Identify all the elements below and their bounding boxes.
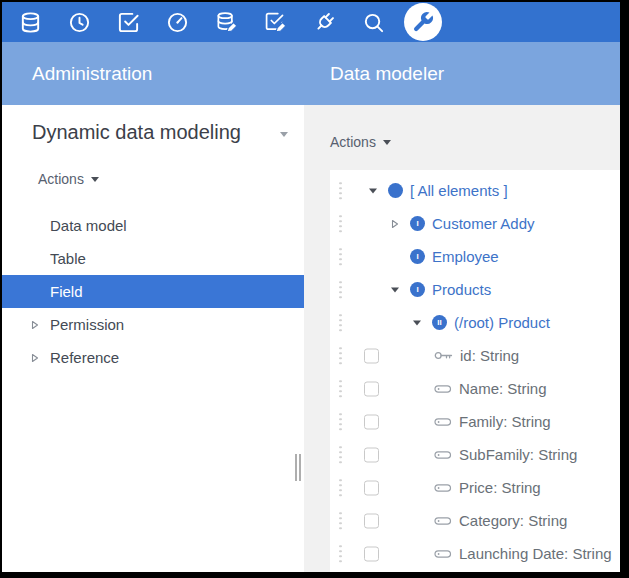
chevron-down-icon [383,140,391,145]
drag-handle-icon[interactable] [339,413,342,431]
tree-node-label: SubFamily: String [459,446,577,463]
right-actions-dropdown[interactable]: Actions [330,134,391,150]
expand-toggle-icon[interactable] [390,219,410,229]
drag-handle-icon[interactable] [339,347,342,365]
row-checkbox[interactable] [364,546,379,561]
tree-row-content: II(/root) Product [412,314,550,331]
toolbar-button-wrench[interactable] [398,2,447,42]
content-area: Dynamic data modeling Actions Data model… [2,105,620,572]
tree-row-root-product[interactable]: II(/root) Product [330,306,620,339]
drag-handle-icon[interactable] [339,446,342,464]
row-checkbox[interactable] [364,381,379,396]
right-actions-label: Actions [330,134,376,150]
right-panel-header: Data modeler [304,42,620,105]
sidebar-item-label: Reference [50,349,119,366]
tree-node-label: Customer Addy [432,215,535,232]
clock-icon [68,11,91,34]
drag-handle-icon[interactable] [339,215,342,233]
field-icon [434,417,452,427]
tree-row-category-string[interactable]: Category: String [330,504,620,537]
sidebar-item-label: Data model [50,217,127,234]
drag-handle-icon[interactable] [339,314,342,332]
tree-row-content: Price: String [434,479,541,496]
tree-row-content: IEmployee [390,248,499,265]
primary-key-icon [434,350,453,361]
tree-row-content: IProducts [390,281,491,298]
field-icon [434,384,452,394]
field-icon [434,516,452,526]
sidebar-item-table[interactable]: Table [2,242,304,275]
sidebar-item-data-model[interactable]: Data model [2,209,304,242]
drag-handle-icon[interactable] [339,281,342,299]
sidebar-item-reference[interactable]: Reference [2,341,304,374]
tree-node-label: Launching Date: String [459,545,612,562]
task-edit-icon [264,11,287,34]
toolbar-button-task-check[interactable] [104,2,153,42]
row-checkbox[interactable] [364,513,379,528]
row-checkbox[interactable] [364,447,379,462]
title-chevron-down-icon[interactable] [280,132,288,137]
field-icon [434,549,452,559]
wrench-icon [411,10,435,34]
sidebar-item-label: Field [50,283,83,300]
collapse-toggle-icon[interactable] [368,186,388,195]
tree-row-id-string[interactable]: id: String [330,339,620,372]
tree-row-launching-date-string[interactable]: Launching Date: String [330,537,620,570]
sidebar-item-label: Table [50,250,86,267]
badge-circle: I [410,282,425,297]
expand-toggle-icon[interactable] [30,320,50,330]
left-panel-title: Administration [32,63,152,85]
sidebar-item-field[interactable]: Field [2,275,304,308]
badge-circle: II [432,315,447,330]
data-modeler-panel: Actions [ All elements ]ICustomer AddyIE… [304,105,620,572]
tree-row-subfamily-string[interactable]: SubFamily: String [330,438,620,471]
sidebar-item-permission[interactable]: Permission [2,308,304,341]
toolbar-button-gauge[interactable] [153,2,202,42]
panel-resize-grip[interactable] [295,454,301,481]
drag-handle-icon[interactable] [339,479,342,497]
expand-toggle-icon[interactable] [30,353,50,363]
tree-row-name-string[interactable]: Name: String [330,372,620,405]
toolbar-button-clock[interactable] [55,2,104,42]
toolbar-button-database-edit[interactable] [202,2,251,42]
tree-row-content: [ All elements ] [368,182,508,199]
left-actions-dropdown[interactable]: Actions [38,171,99,187]
drag-handle-icon[interactable] [339,512,342,530]
toolbar-button-database[interactable] [6,2,55,42]
app-window: Administration Data modeler Dynamic data… [2,2,620,572]
drag-handle-icon[interactable] [339,545,342,563]
row-checkbox[interactable] [364,414,379,429]
tree-row-all-elements[interactable]: [ All elements ] [330,174,620,207]
row-checkbox[interactable] [364,480,379,495]
tree-node-label: Name: String [459,380,547,397]
collapse-toggle-icon[interactable] [390,285,410,294]
page-title: Dynamic data modeling [32,121,274,144]
toolbar-button-task-edit[interactable] [251,2,300,42]
tree-node-label: Family: String [459,413,551,430]
administration-panel: Dynamic data modeling Actions Data model… [2,105,304,572]
tree-node-label: [ All elements ] [410,182,508,199]
left-actions-label: Actions [38,171,84,187]
collapse-toggle-icon[interactable] [412,318,432,327]
tree-row-customer-addy[interactable]: ICustomer Addy [330,207,620,240]
drag-handle-icon[interactable] [339,248,342,266]
right-panel-title: Data modeler [330,63,444,85]
toolbar-button-plug[interactable] [300,2,349,42]
badge-circle: I [410,249,425,264]
tree-row-family-string[interactable]: Family: String [330,405,620,438]
tree-node-label: (/root) Product [454,314,550,331]
toolbar-button-search[interactable] [349,2,398,42]
tree-row-products[interactable]: IProducts [330,273,620,306]
row-checkbox[interactable] [364,348,379,363]
plug-icon [313,11,336,34]
tree-row-employee[interactable]: IEmployee [330,240,620,273]
drag-handle-icon[interactable] [339,380,342,398]
sidebar-item-label: Permission [50,316,124,333]
element-badge-icon: I [410,216,425,231]
tree-row-content: Name: String [434,380,547,397]
field-icon [434,483,452,493]
tree-row-price-string[interactable]: Price: String [330,471,620,504]
field-icon [434,450,452,460]
element-badge-icon: I [410,249,425,264]
drag-handle-icon[interactable] [339,182,342,200]
